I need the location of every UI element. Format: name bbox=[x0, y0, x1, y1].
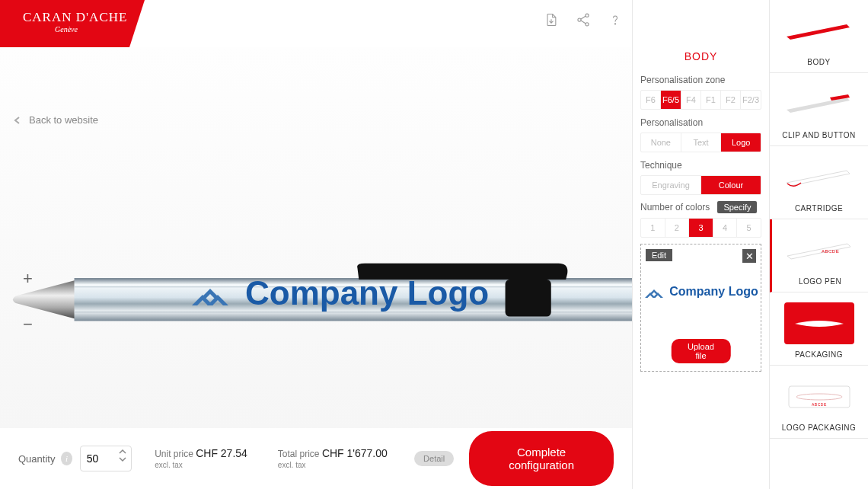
bottom-bar: Quantity i Unit price CHF 27.54 excl. ta… bbox=[0, 428, 632, 489]
colors-2[interactable]: 2 bbox=[665, 219, 690, 237]
total-price: Total price CHF 1'677.00 excl. tax bbox=[278, 447, 388, 470]
cartridge-icon bbox=[784, 156, 854, 198]
logo-packaging-icon: ABCDE bbox=[784, 376, 854, 417]
header-actions bbox=[544, 12, 623, 30]
svg-text:ABCDE: ABCDE bbox=[822, 249, 839, 254]
logo-preview: Company Logo bbox=[643, 284, 758, 299]
colors-specify-badge[interactable]: Specify bbox=[717, 201, 757, 213]
rail-logo-packaging[interactable]: ABCDE LOGO PACKAGING bbox=[770, 366, 868, 439]
zone-f1[interactable]: F1 bbox=[701, 91, 721, 109]
unit-price-value: CHF 27.54 bbox=[196, 447, 247, 459]
upload-file-button[interactable]: Upload file bbox=[671, 339, 731, 363]
colors-label: Number of colors bbox=[640, 202, 710, 213]
company-logo-mark-icon bbox=[643, 284, 665, 299]
rail-logo-pen[interactable]: ABCDE LOGO PEN bbox=[770, 219, 868, 292]
personalisation-none[interactable]: None bbox=[641, 133, 681, 152]
rail-label: LOGO PACKAGING bbox=[782, 423, 856, 432]
total-price-tax: excl. tax bbox=[278, 461, 306, 469]
chevron-up-icon[interactable] bbox=[119, 449, 126, 455]
rail-body[interactable]: BODY bbox=[770, 0, 868, 73]
company-logo-text: Company Logo bbox=[245, 274, 489, 312]
detail-button[interactable]: Detail bbox=[414, 451, 454, 466]
quantity-info-icon[interactable]: i bbox=[61, 452, 72, 465]
total-price-label: Total price bbox=[278, 449, 320, 459]
zone-label: Personalisation zone bbox=[640, 75, 761, 85]
logo-edit-button[interactable]: Edit bbox=[646, 249, 672, 261]
zone-options: F6 F6/5 F4 F1 F2 F2/3 bbox=[640, 90, 761, 110]
company-logo-mark-icon bbox=[189, 280, 231, 307]
pen-body-icon bbox=[784, 10, 854, 52]
packaging-icon bbox=[784, 302, 854, 344]
rail-label: PACKAGING bbox=[795, 350, 843, 359]
logo-pen-icon: ABCDE bbox=[785, 229, 855, 271]
close-icon[interactable]: ✕ bbox=[742, 249, 756, 263]
rail-label: CLIP AND BUTTON bbox=[782, 131, 856, 139]
personalisation-options: None Text Logo bbox=[640, 133, 761, 152]
personalisation-text[interactable]: Text bbox=[681, 133, 722, 152]
svg-point-3 bbox=[586, 23, 589, 26]
back-to-website-link[interactable]: Back to website bbox=[14, 114, 98, 126]
colors-1[interactable]: 1 bbox=[641, 219, 665, 237]
rail-label: BODY bbox=[807, 58, 830, 66]
unit-price: Unit price CHF 27.54 excl. tax bbox=[155, 447, 252, 470]
config-panel: BODY Personalisation zone F6 F6/5 F4 F1 … bbox=[632, 0, 769, 489]
unit-price-label: Unit price bbox=[155, 449, 193, 459]
quantity-input[interactable] bbox=[87, 452, 117, 465]
header: CARAN D'ACHE Genève bbox=[0, 0, 632, 47]
share-icon[interactable] bbox=[576, 12, 591, 30]
total-price-value: CHF 1'677.00 bbox=[322, 447, 388, 459]
colors-4[interactable]: 4 bbox=[713, 219, 738, 237]
technique-engraving[interactable]: Engraving bbox=[641, 176, 701, 194]
brand-city: Genève bbox=[55, 25, 78, 34]
svg-point-2 bbox=[578, 18, 581, 21]
rail-packaging[interactable]: PACKAGING bbox=[770, 292, 868, 366]
pen-clip-icon bbox=[784, 83, 854, 125]
download-icon[interactable] bbox=[544, 12, 559, 30]
pen-logo-overlay: Company Logo bbox=[189, 274, 489, 312]
technique-options: Engraving Colour bbox=[640, 175, 761, 195]
colors-options: 1 2 3 4 5 bbox=[640, 218, 761, 238]
quantity-stepper[interactable] bbox=[80, 446, 132, 471]
personalisation-label: Personalisation bbox=[640, 117, 761, 128]
rail-clip-button[interactable]: CLIP AND BUTTON bbox=[770, 73, 868, 146]
help-icon[interactable] bbox=[608, 12, 623, 30]
rail-cartridge[interactable]: CARTRIDGE bbox=[770, 146, 868, 219]
rail-label: LOGO PEN bbox=[799, 277, 841, 286]
technique-label: Technique bbox=[640, 160, 761, 171]
unit-price-tax: excl. tax bbox=[155, 461, 183, 469]
svg-point-1 bbox=[586, 14, 589, 17]
logo-upload-box: Edit ✕ Company Logo Upload file bbox=[640, 244, 761, 372]
chevron-down-icon[interactable] bbox=[119, 456, 126, 462]
brand-logo[interactable]: CARAN D'ACHE Genève bbox=[0, 0, 152, 47]
zone-f2-3[interactable]: F2/3 bbox=[741, 91, 761, 109]
back-label: Back to website bbox=[29, 114, 98, 126]
zone-f6-5[interactable]: F6/5 bbox=[661, 91, 681, 109]
zone-f2[interactable]: F2 bbox=[721, 91, 741, 109]
rail-label: CARTRIDGE bbox=[795, 204, 843, 213]
zone-f4[interactable]: F4 bbox=[681, 91, 701, 109]
complete-configuration-button[interactable]: Complete configuration bbox=[469, 431, 614, 486]
svg-point-11 bbox=[796, 394, 842, 400]
product-preview: Back to website + − bbox=[0, 47, 632, 428]
step-rail: BODY CLIP AND BUTTON CARTRIDGE ABCDE LOG… bbox=[769, 0, 868, 489]
zone-f6[interactable]: F6 bbox=[641, 91, 661, 109]
colors-5[interactable]: 5 bbox=[737, 219, 761, 237]
svg-text:ABCDE: ABCDE bbox=[812, 402, 827, 407]
brand-name: CARAN D'ACHE bbox=[23, 10, 127, 24]
technique-colour[interactable]: Colour bbox=[701, 176, 761, 194]
panel-title: BODY bbox=[640, 50, 761, 62]
personalisation-logo[interactable]: Logo bbox=[721, 133, 761, 152]
quantity-label: Quantity bbox=[18, 453, 55, 465]
colors-3[interactable]: 3 bbox=[689, 219, 713, 237]
svg-rect-8 bbox=[506, 280, 551, 317]
logo-preview-text: Company Logo bbox=[669, 285, 758, 299]
svg-point-4 bbox=[614, 24, 615, 24]
